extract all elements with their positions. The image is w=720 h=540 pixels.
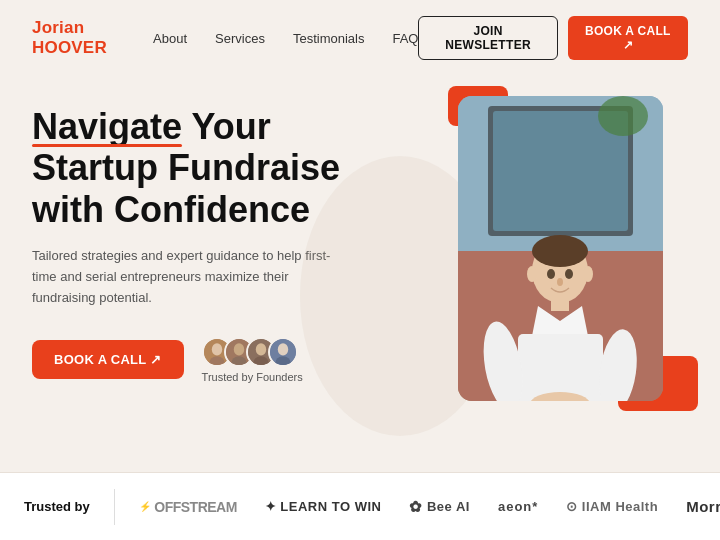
hero-subtext: Tailored strategies and expert guidance … [32,246,332,308]
svg-point-25 [565,269,573,279]
svg-point-26 [557,278,563,286]
svg-point-10 [277,343,287,355]
bee-icon: ✿ [409,498,423,516]
svg-point-4 [233,343,243,355]
headline-line3: with Confidence [32,189,310,230]
headline-line2: Startup Fundraise [32,147,340,188]
svg-point-29 [598,96,648,136]
logo-aeon: aeon* [498,499,538,514]
svg-point-27 [527,266,537,282]
logo-last: HOOVER [32,38,107,57]
avatar-group [202,337,298,367]
svg-point-7 [255,343,265,355]
nav-item-services[interactable]: Services [215,29,265,47]
logo-first: Jorian [32,18,84,37]
nav-links: About Services Testimonials FAQ [153,29,418,47]
nav-item-faq[interactable]: FAQ [392,29,418,47]
hero-left: Navigate Your Startup Fundraise with Con… [32,96,438,383]
newsletter-button[interactable]: JOIN NEWSLETTER [418,16,557,60]
svg-point-28 [583,266,593,282]
nav-item-about[interactable]: About [153,29,187,47]
trusted-founders-label: Trusted by Founders [202,371,303,383]
offstream-icon: ⚡ [139,501,151,512]
photo-frame-inner [458,96,663,401]
logo: Jorian HOOVER [32,18,153,58]
navbar: Jorian HOOVER About Services Testimonial… [0,0,720,76]
hero-photo-col [458,96,688,401]
learn-icon: ✦ [265,499,277,514]
nav-actions: JOIN NEWSLETTER BOOK A CALL ↗ [418,16,688,60]
logos-row: ⚡ OFFSTREAM ✦ LEARN TO WIN ✿ Bee AI aeon… [115,498,720,516]
trusted-founders: Trusted by Founders [202,337,303,383]
trusted-by-label: Trusted by [0,499,114,514]
logo-bee-ai: ✿ Bee AI [409,498,469,516]
logo-offstream: ⚡ OFFSTREAM [139,499,237,515]
nav-item-testimonials[interactable]: Testimonials [293,29,365,47]
logo-learn-to-win: ✦ LEARN TO WIN [265,499,382,514]
svg-rect-20 [518,334,603,401]
avatar-4 [268,337,298,367]
main-content: Navigate Your Startup Fundraise with Con… [0,76,720,401]
cta-row: BOOK A CALL ↗ Trusted by Fo [32,337,438,383]
svg-rect-19 [551,291,569,311]
headline-your: Your [182,106,271,147]
trusted-bar: Trusted by ⚡ OFFSTREAM ✦ LEARN TO WIN ✿ … [0,472,720,540]
headline-navigate: Navigate [32,106,182,147]
iiam-icon: ⊙ [566,499,578,514]
svg-point-24 [547,269,555,279]
logo-iiam-health: ⊙ IIAM Health [566,499,658,514]
hero-book-call-button[interactable]: BOOK A CALL ↗ [32,340,184,379]
photo-background-svg [458,96,663,401]
book-call-button[interactable]: BOOK A CALL ↗ [568,16,688,60]
svg-point-18 [532,235,588,267]
hero-headline: Navigate Your Startup Fundraise with Con… [32,106,438,230]
svg-point-1 [211,343,221,355]
logo-morres: Morres [686,498,720,515]
photo-frame-outer [458,96,688,401]
